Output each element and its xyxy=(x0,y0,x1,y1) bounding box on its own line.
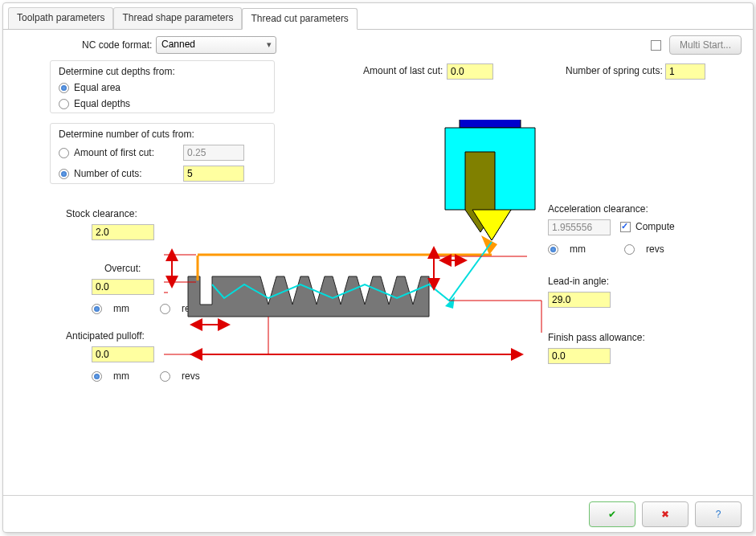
finish-pass-label: Finish pass allowance: xyxy=(548,332,645,343)
check-icon: ✔ xyxy=(608,509,616,520)
tab-bar: Toolpath parameters Thread shape paramet… xyxy=(3,3,753,30)
accel-revs-label: revs xyxy=(646,243,664,255)
equal-depths-label: Equal depths xyxy=(74,98,130,109)
stock-clearance-label: Stock clearance: xyxy=(66,208,137,219)
cut-depths-group: Determine cut depths from: Equal area Eq… xyxy=(50,60,275,113)
dialog-footer: ✔ ✖ ? xyxy=(3,495,753,532)
accel-clearance-label: Acceleration clearance: xyxy=(548,203,648,215)
amount-last-cut-input[interactable] xyxy=(447,63,493,80)
nc-code-format-dropdown[interactable]: Canned xyxy=(156,36,276,54)
nc-code-format-value: Canned xyxy=(161,39,195,50)
cut-depths-title: Determine cut depths from: xyxy=(59,66,175,77)
accel-revs-radio[interactable] xyxy=(624,244,635,255)
amount-first-cut-radio[interactable] xyxy=(59,148,69,158)
stock-clearance-input[interactable] xyxy=(92,224,154,240)
spring-cuts-label: Number of spring cuts: xyxy=(566,65,663,76)
nc-code-format-label: NC code format: xyxy=(82,39,152,51)
svg-rect-0 xyxy=(460,120,521,128)
multi-start-area: Multi Start... xyxy=(651,35,742,55)
overcut-label: Overcut: xyxy=(104,263,141,274)
equal-depths-radio[interactable] xyxy=(59,99,69,109)
close-icon: ✖ xyxy=(661,509,669,520)
lead-in-angle-label: Lead-in angle: xyxy=(548,276,609,287)
tab-content: NC code format: Canned Multi Start... De… xyxy=(3,30,753,494)
thread-cut-parameters-dialog: Toolpath parameters Thread shape paramet… xyxy=(2,2,754,533)
amount-last-cut-label: Amount of last cut: xyxy=(363,65,443,76)
lead-in-angle-input[interactable] xyxy=(548,292,611,308)
accel-mm-label: mm xyxy=(570,243,586,255)
multi-start-checkbox[interactable] xyxy=(651,40,661,51)
number-of-cuts-radio[interactable] xyxy=(59,169,69,179)
cancel-button[interactable]: ✖ xyxy=(642,501,689,527)
spring-cuts-input[interactable] xyxy=(665,63,705,80)
anticipated-mm-radio[interactable] xyxy=(92,371,102,382)
tab-thread-cut-parameters[interactable]: Thread cut parameters xyxy=(242,8,357,30)
ok-button[interactable]: ✔ xyxy=(589,501,635,527)
help-icon: ? xyxy=(716,509,721,520)
thread-diagram xyxy=(164,120,550,409)
overcut-input[interactable] xyxy=(92,279,154,295)
number-of-cuts-label: Number of cuts: xyxy=(74,168,178,179)
equal-area-radio[interactable] xyxy=(59,83,69,93)
equal-area-label: Equal area xyxy=(74,82,121,93)
help-button[interactable]: ? xyxy=(695,501,742,527)
amount-first-cut-label: Amount of first cut: xyxy=(74,147,178,158)
tab-toolpath-parameters[interactable]: Toolpath parameters xyxy=(8,7,113,29)
accel-clearance-input xyxy=(548,219,611,235)
anticipated-pulloff-input[interactable] xyxy=(92,346,154,362)
multi-start-button[interactable]: Multi Start... xyxy=(669,35,742,55)
finish-pass-input[interactable] xyxy=(548,348,611,364)
accel-compute-checkbox[interactable] xyxy=(620,222,631,232)
anticipated-mm-label: mm xyxy=(113,370,129,382)
anticipated-pulloff-label: Anticipated pulloff: xyxy=(66,330,145,342)
tab-thread-shape-parameters[interactable]: Thread shape parameters xyxy=(113,7,242,29)
overcut-mm-radio[interactable] xyxy=(92,304,102,314)
accel-compute-label: Compute xyxy=(635,221,675,232)
overcut-mm-label: mm xyxy=(113,303,129,314)
